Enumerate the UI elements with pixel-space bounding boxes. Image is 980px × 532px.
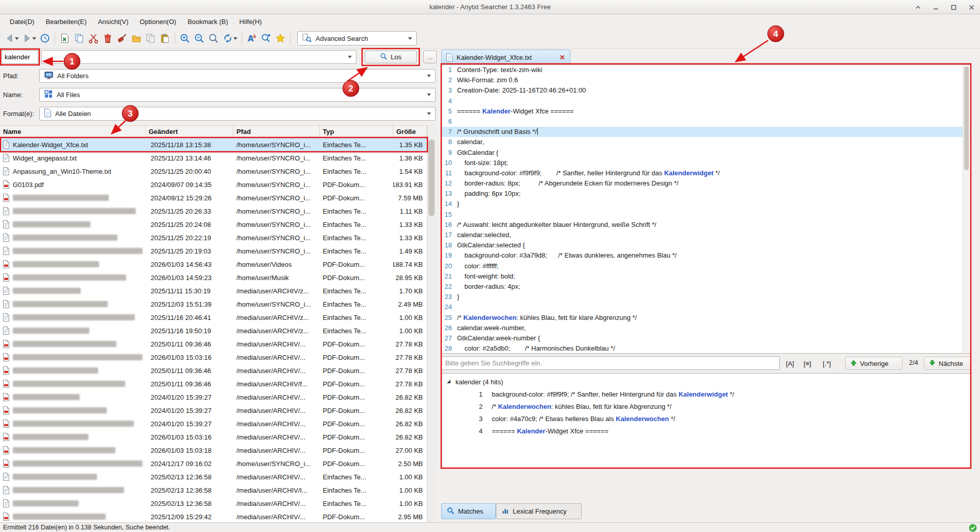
table-row[interactable]: 2025/11/25 20:19:03/home/user/SYNCRO_i..…	[0, 244, 427, 258]
regex-button[interactable]: [.*]	[818, 357, 835, 369]
zoom-out-icon[interactable]	[192, 31, 206, 46]
search-icon[interactable]	[206, 31, 221, 46]
table-row[interactable]: 2026/01/03 15:03:16/media/user/ARCHIV/..…	[0, 351, 427, 364]
export-icon[interactable]	[58, 31, 72, 46]
redacted-file-name	[13, 500, 79, 506]
table-row[interactable]: 2025/11/11 15:30:19/media/user/ARCHIV/z.…	[0, 284, 427, 297]
delete-icon[interactable]	[101, 31, 115, 46]
table-row[interactable]: 2025/01/11 09:36:46/media/user/ARCHIV/f.…	[0, 377, 427, 390]
more-options-button[interactable]: ...	[423, 51, 437, 63]
next-match-button[interactable]: Nächste	[924, 357, 971, 370]
table-row[interactable]: 2026/01/03 15:03:16/media/user/ARCHIV/..…	[0, 430, 427, 444]
tree-expander-icon[interactable]	[445, 378, 451, 386]
file-name: Kalender-Widget_Xfce.txt	[13, 141, 88, 149]
zoom-in-icon[interactable]	[178, 31, 192, 46]
column-header-name[interactable]: Name	[0, 126, 146, 137]
close-icon[interactable]	[968, 4, 975, 11]
table-row[interactable]: 2026/01/03 14:56:43/home/user/VideosPDF-…	[0, 258, 427, 271]
table-row[interactable]: 2024/09/12 15:29:26/home/user/SYNCRO_i..…	[0, 191, 427, 204]
hit-number: 2	[442, 403, 483, 410]
file-path-cell: /home/user/SYNCRO_i...	[233, 204, 320, 218]
table-row[interactable]: 2025/11/16 19:50:19/media/user/ARCHIV/z.…	[0, 324, 427, 337]
open-folder-icon[interactable]	[129, 31, 144, 46]
history-icon[interactable]	[38, 31, 52, 46]
copy-icon[interactable]	[144, 31, 158, 46]
table-row[interactable]: 2025/02/13 12:36:58/media/user/ARCHIV/..…	[0, 497, 427, 510]
forward-icon[interactable]	[20, 31, 38, 46]
table-row[interactable]: G0103.pdf2024/09/07 09:14:35/home/user/S…	[0, 178, 427, 191]
file-name-cell	[0, 404, 146, 417]
minimize-icon[interactable]	[933, 4, 939, 11]
find-input[interactable]	[441, 356, 780, 370]
search-term-input[interactable]	[2, 50, 38, 64]
copy-page-icon[interactable]	[72, 31, 86, 46]
table-row[interactable]: 2026/01/03 14:59:23/home/user/MusikPDF-D…	[0, 271, 427, 284]
filter-search-icon[interactable]	[259, 31, 273, 46]
table-row[interactable]: 2024/01/20 15:39:27/media/user/ARCHIV/..…	[0, 390, 427, 404]
table-row[interactable]: Anpassung_an_Win10-Theme.txt2025/11/25 2…	[0, 165, 427, 178]
maximize-icon[interactable]	[950, 4, 957, 11]
match-case-button[interactable]: [A]	[782, 357, 798, 369]
table-row[interactable]: 2025/11/25 20:24:08/home/user/SYNCRO_i..…	[0, 218, 427, 231]
format-filter-combo[interactable]: Alle Dateien	[39, 107, 436, 121]
table-row[interactable]: Kalender-Widget_Xfce.txt2025/11/18 13:15…	[0, 138, 427, 151]
column-header-size[interactable]: Größe	[393, 126, 427, 137]
menu-ansicht[interactable]: Ansicht(V)	[92, 15, 134, 28]
table-row[interactable]: Widget_angepasst.txt2025/11/23 13:14:46/…	[0, 151, 427, 165]
name-filter-combo[interactable]: All Files	[39, 88, 436, 102]
file-modified-cell: 2025/02/13 12:36:58	[146, 470, 233, 483]
back-icon[interactable]	[3, 31, 20, 46]
table-row[interactable]: 2024/01/20 15:39:27/media/user/ARCHIV/..…	[0, 404, 427, 417]
file-list-scroll-thumb[interactable]	[428, 140, 435, 216]
results-group-row[interactable]: kalender (4 hits)	[442, 376, 970, 388]
table-row[interactable]: 2025/12/03 15:51:39/home/user/SYNCRO_i..…	[0, 297, 427, 311]
path-filter-combo[interactable]: All Folders	[39, 69, 436, 83]
table-row[interactable]: 2025/11/25 20:26:33/home/user/SYNCRO_i..…	[0, 204, 427, 218]
table-row[interactable]: 2024/01/20 15:39:27/media/user/ARCHIV/..…	[0, 417, 427, 430]
table-row[interactable]: 2025/11/25 20:22:19/home/user/SYNCRO_i..…	[0, 231, 427, 244]
table-row[interactable]: 2025/12/09 15:29:42/media/user/ARCHIV/..…	[0, 510, 427, 522]
result-hit-row[interactable]: 2/* Kalenderwochen: kühles Blau, fett fü…	[442, 400, 970, 412]
preview-pane[interactable]: 1Content-Type: text/x-zim-wiki2Wiki-Form…	[441, 64, 971, 354]
tab-matches[interactable]: Matches	[441, 503, 496, 519]
go-button[interactable]: Los	[365, 51, 417, 63]
table-row[interactable]: 2026/01/03 15:03:18/media/user/ARCHIV/..…	[0, 444, 427, 457]
shade-icon[interactable]	[915, 4, 921, 11]
table-row[interactable]: 2025/11/16 20:46:41/media/user/ARCHIV/z.…	[0, 311, 427, 324]
file-path-cell: /media/user/ARCHIV/I...	[233, 483, 320, 497]
menu-optionen[interactable]: Optionen(O)	[134, 15, 182, 28]
file-size-cell: 1.00 KB	[393, 483, 427, 497]
table-row[interactable]: 2025/01/11 09:36:46/media/user/ARCHIV/..…	[0, 364, 427, 377]
search-history-combo[interactable]	[41, 50, 356, 64]
result-hit-row[interactable]: 1background-color: #f9f9f9; /* Sanfter, …	[442, 388, 970, 400]
tab-close-icon[interactable]	[559, 54, 566, 61]
column-header-modified[interactable]: Geändert	[146, 126, 233, 137]
document-tab[interactable]: Kalender-Widget_Xfce.txt	[441, 50, 570, 64]
result-hit-row[interactable]: 4====== Kalender-Widget Xfce ======	[442, 425, 970, 437]
table-row[interactable]: 2024/12/17 09:16:02/home/user/SYNCRO_i..…	[0, 457, 427, 470]
encoding-icon[interactable]: Aä	[245, 31, 259, 46]
result-hit-row[interactable]: 3color: #4a70c9; /* Etwas helleres Blau …	[442, 412, 970, 425]
column-header-type[interactable]: Typ	[320, 126, 393, 137]
menu-bearbeiten[interactable]: Bearbeiten(E)	[40, 15, 92, 28]
file-list-scrollbar[interactable]	[427, 125, 436, 522]
menu-hilfe[interactable]: Hilfe(H)	[234, 15, 268, 28]
table-row[interactable]: 2025/01/11 09:36:46/media/user/ARCHIV/..…	[0, 337, 427, 351]
previous-match-button[interactable]: Vorherige	[845, 357, 902, 370]
tab-lexical-frequency[interactable]: Lexical Frequency	[496, 503, 582, 519]
clean-icon[interactable]	[115, 31, 129, 46]
preview-scroll-thumb[interactable]	[964, 66, 969, 170]
favorites-icon[interactable]	[273, 31, 288, 46]
table-row[interactable]: 2025/02/13 12:36:58/media/user/ARCHIV/..…	[0, 470, 427, 483]
whole-word-button[interactable]: [≡]	[800, 357, 815, 369]
preview-scrollbar[interactable]	[963, 65, 970, 353]
menu-bookmark[interactable]: Bookmark (B)	[182, 15, 233, 28]
column-header-path[interactable]: Pfad	[233, 126, 320, 137]
advanced-search-combo[interactable]: Advanced Search	[297, 31, 417, 45]
refresh-icon[interactable]	[221, 31, 239, 46]
cut-icon[interactable]	[86, 31, 101, 46]
table-row[interactable]: 2025/02/13 12:36:58/media/user/ARCHIV/I.…	[0, 483, 427, 497]
paste-icon[interactable]	[158, 31, 172, 46]
go-search-icon	[380, 53, 388, 62]
menu-datei[interactable]: Datei(D)	[4, 15, 40, 28]
